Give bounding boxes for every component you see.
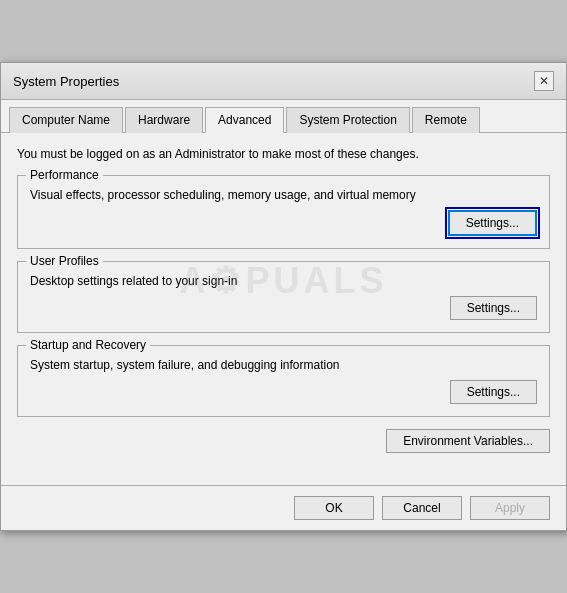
ok-button[interactable]: OK [294,496,374,520]
startup-recovery-btn-row: Settings... [30,380,537,404]
startup-recovery-section-title: Startup and Recovery [26,338,150,352]
bottom-bar: OK Cancel Apply [1,485,566,530]
tab-content: You must be logged on as an Administrato… [1,133,566,485]
tab-system-protection[interactable]: System Protection [286,107,409,133]
tab-hardware[interactable]: Hardware [125,107,203,133]
performance-section: Performance Visual effects, processor sc… [17,175,550,249]
environment-variables-button[interactable]: Environment Variables... [386,429,550,453]
performance-settings-button[interactable]: Settings... [448,210,537,236]
user-profiles-settings-button[interactable]: Settings... [450,296,537,320]
startup-recovery-description: System startup, system failure, and debu… [30,358,537,372]
cancel-button[interactable]: Cancel [382,496,462,520]
window-title: System Properties [13,74,119,89]
user-profiles-btn-row: Settings... [30,296,537,320]
close-icon: ✕ [539,74,549,88]
apply-button[interactable]: Apply [470,496,550,520]
performance-description: Visual effects, processor scheduling, me… [30,188,537,202]
close-button[interactable]: ✕ [534,71,554,91]
user-profiles-description: Desktop settings related to your sign-in [30,274,537,288]
tab-bar: Computer Name Hardware Advanced System P… [1,100,566,133]
tab-remote[interactable]: Remote [412,107,480,133]
tab-advanced[interactable]: Advanced [205,107,284,133]
tab-computer-name[interactable]: Computer Name [9,107,123,133]
watermark-area: Desktop settings related to your sign-in… [30,270,537,296]
startup-recovery-settings-button[interactable]: Settings... [450,380,537,404]
env-btn-row: Environment Variables... [17,429,550,453]
system-properties-window: System Properties ✕ Computer Name Hardwa… [0,62,567,531]
user-profiles-section-title: User Profiles [26,254,103,268]
performance-btn-row: Settings... [30,210,537,236]
startup-recovery-section: Startup and Recovery System startup, sys… [17,345,550,417]
user-profiles-section: User Profiles Desktop settings related t… [17,261,550,333]
title-bar: System Properties ✕ [1,63,566,100]
admin-note: You must be logged on as an Administrato… [17,145,550,163]
performance-section-title: Performance [26,168,103,182]
